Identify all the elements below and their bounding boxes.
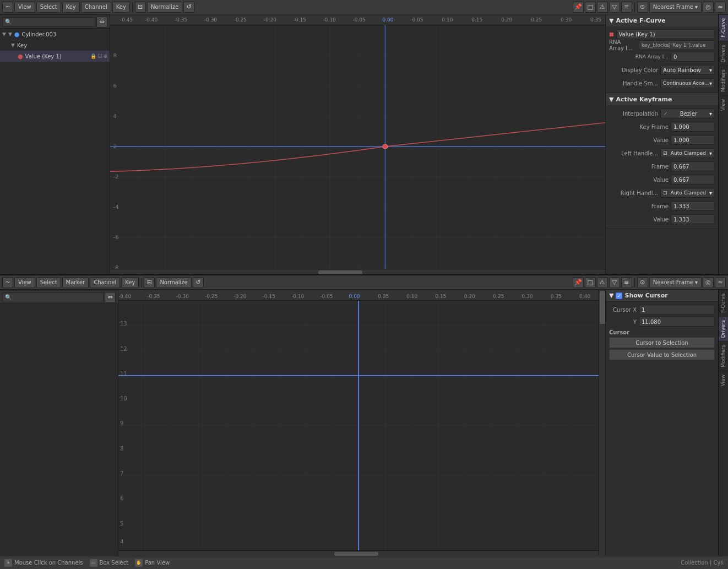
menu-select-top[interactable]: Select — [36, 2, 61, 13]
normalize-icon[interactable]: ⊟ — [135, 2, 146, 13]
mirror-icon-bot[interactable]: ≈ — [715, 277, 726, 288]
sync-icon-top[interactable]: ↺ — [183, 2, 194, 13]
vertical-scroll-handle[interactable] — [600, 291, 605, 324]
rh-frame-value[interactable]: 1.333 — [671, 201, 715, 211]
channel-item-key[interactable]: ▼ Key — [0, 40, 110, 51]
camera-icon-bot[interactable]: □ — [585, 277, 596, 288]
snap-icon[interactable]: ⊙ — [637, 2, 648, 13]
active-fcurve-header[interactable]: ▼ Active F-Curve — [606, 14, 718, 26]
bot-tab-modifiers[interactable]: Modifiers — [719, 341, 728, 371]
channel-item-cylinder[interactable]: ▼ ▼ ● Cylinder.003 — [0, 29, 110, 40]
nearest-frame-top[interactable]: Nearest Frame ▾ — [649, 2, 702, 13]
show-cursor-header[interactable]: ▼ Show Cursor — [606, 290, 718, 302]
interpolation-dropdown[interactable]: ⟋ Bezier ▾ — [660, 109, 715, 118]
bot-tab-view[interactable]: View — [719, 371, 728, 389]
menu-select-bot[interactable]: Select — [36, 277, 61, 288]
tab-drivers[interactable]: Drivers — [719, 41, 728, 66]
top-toolbar: ~ View Select Key Channel Key ⊟ Normaliz… — [0, 0, 728, 14]
top-scroll-handle[interactable] — [318, 270, 362, 274]
top-graph-area[interactable]: 8 6 4 2 -2 -4 -6 -8 — [110, 25, 605, 269]
pin-icon[interactable]: 📌 — [573, 2, 584, 13]
svg-text:12: 12 — [120, 345, 127, 352]
menu-key2-top[interactable]: Key — [112, 2, 130, 13]
cursor-value-to-selection-btn[interactable]: Cursor Value to Selection — [609, 349, 715, 360]
channel-filter-icon[interactable]: ⇔ — [96, 17, 107, 28]
filter-icon-bot[interactable]: ≡ — [621, 277, 632, 288]
cursor-to-selection-btn[interactable]: Cursor to Selection — [609, 337, 715, 348]
editor-type-icon[interactable]: ~ — [2, 2, 13, 13]
bot-h-scroll[interactable] — [118, 550, 599, 556]
tab-fcurve[interactable]: F-Curve — [719, 14, 728, 41]
top-h-scroll[interactable] — [110, 269, 605, 274]
ruler-tick: -0.35 — [175, 17, 187, 23]
right-handle-row: Right Handl... ⊡ Auto Clamped ▾ — [609, 187, 715, 199]
key-label: Key — [17, 42, 27, 48]
rna-path-value[interactable]: key_blocks["Key 1"].value — [639, 40, 715, 50]
nearest-frame-bot[interactable]: Nearest Frame ▾ — [649, 277, 702, 288]
active-keyframe-header[interactable]: ▼ Active Keyframe — [606, 93, 718, 105]
filter-view-bot[interactable]: ▽ — [609, 277, 620, 288]
bot-channel-filter-icon[interactable]: ⇔ — [105, 292, 116, 303]
bot-sep1 — [141, 278, 142, 288]
lh-val-value[interactable]: 0.667 — [671, 175, 715, 185]
drivers-svg: 13 12 11 10 9 8 7 6 5 4 — [118, 301, 599, 550]
snap-icon-bot[interactable]: ⊙ — [637, 277, 648, 288]
status-box-select: ▭ Box Select — [90, 559, 129, 567]
drivers-type-icon[interactable]: ~ — [2, 277, 13, 288]
normalize-icon-bot[interactable]: ⊟ — [144, 277, 155, 288]
sync-icon-bot[interactable]: ↺ — [193, 277, 204, 288]
warning-icon-bot[interactable]: ⚠ — [597, 277, 608, 288]
ruler-tick-zero: 0.00 — [382, 17, 393, 23]
bot-scroll-handle[interactable] — [334, 552, 378, 556]
val-value[interactable]: 1.000 — [671, 135, 715, 145]
kf-value[interactable]: 1.000 — [671, 122, 715, 132]
handle-smooth-dropdown[interactable]: Continuous Acce... ▾ — [660, 78, 715, 88]
menu-view-top[interactable]: View — [14, 2, 35, 13]
vertical-scrollbar[interactable] — [599, 290, 605, 556]
right-handle-dropdown[interactable]: ⊡ Auto Clamped ▾ — [660, 188, 715, 198]
menu-channel-bot[interactable]: Channel — [90, 277, 120, 288]
chevron-icon2: ▾ — [709, 80, 712, 86]
prop-icon-bot[interactable]: ◎ — [703, 277, 714, 288]
camera-icon-top[interactable]: □ — [585, 2, 596, 13]
rh-frame-label: Frame — [609, 203, 669, 209]
menu-key-bot[interactable]: Key — [121, 277, 139, 288]
value-color-dot: ■ — [609, 31, 614, 37]
mirror-icon[interactable]: ≈ — [715, 2, 726, 13]
channel-item-value[interactable]: ● Value (Key 1) 🔒 ☑ ⊕ — [0, 51, 110, 62]
filter-icon[interactable]: ≡ — [621, 2, 632, 13]
tab-modifiers[interactable]: Modifiers — [719, 66, 728, 95]
normalize-btn[interactable]: Normalize — [147, 2, 182, 13]
filter-view-top[interactable]: ▽ — [609, 2, 620, 13]
cursor-y-value[interactable]: 11.080 — [639, 317, 715, 327]
ruler-tick: -0.20 — [264, 17, 276, 23]
rna-array-value[interactable]: 0 — [671, 52, 715, 62]
side-tabs: F-Curve Drivers Modifiers View — [718, 14, 728, 274]
pin-icon-bot[interactable]: 📌 — [573, 277, 584, 288]
lh-icon: ⊡ — [663, 150, 667, 156]
svg-text:-4: -4 — [113, 204, 119, 210]
menu-view-bot[interactable]: View — [14, 277, 35, 288]
lh-frame-value[interactable]: 0.667 — [671, 161, 715, 171]
tab-view[interactable]: View — [719, 95, 728, 114]
left-handle-dropdown[interactable]: ⊡ Auto Clamped ▾ — [660, 148, 715, 158]
bot-tab-fcurve[interactable]: F-Curve — [719, 290, 728, 316]
normalize-btn-bot[interactable]: Normalize — [156, 277, 191, 288]
bot-tab-drivers[interactable]: Drivers — [719, 316, 728, 341]
cursor-x-value[interactable]: 1 — [639, 305, 715, 315]
drivers-graph-area[interactable]: 13 12 11 10 9 8 7 6 5 4 — [118, 301, 599, 550]
menu-marker-bot[interactable]: Marker — [62, 277, 89, 288]
proportional-icon[interactable]: ◎ — [703, 2, 714, 13]
bot-ruler-tick: 0.40 — [579, 294, 590, 299]
bot-ruler-tick: -0.05 — [320, 294, 333, 299]
cylinder-dot: ● — [14, 31, 20, 38]
show-cursor-checkbox[interactable] — [616, 292, 622, 299]
cylinder-label: Cylinder.003 — [21, 31, 56, 37]
search-input[interactable] — [13, 19, 93, 25]
menu-channel-top[interactable]: Channel — [81, 2, 111, 13]
menu-key-top[interactable]: Key — [62, 2, 80, 13]
lh-frame-label: Frame — [609, 164, 669, 170]
display-color-dropdown[interactable]: Auto Rainbow ▾ — [660, 65, 715, 75]
warning-icon[interactable]: ⚠ — [597, 2, 608, 13]
rh-val-value[interactable]: 1.333 — [671, 214, 715, 224]
